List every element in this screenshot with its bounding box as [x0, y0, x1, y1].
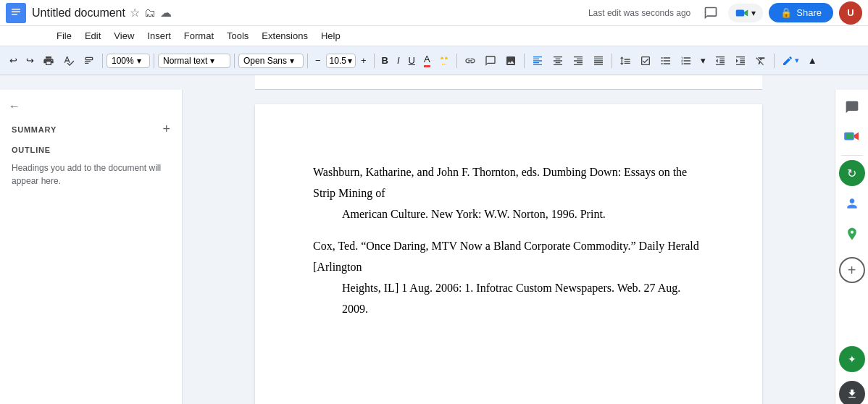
style-chevron: ▾ — [210, 56, 214, 66]
ruler-container — [0, 75, 868, 90]
zoom-chevron: ▾ — [137, 56, 141, 66]
align-left-button[interactable] — [528, 53, 547, 69]
share-button[interactable]: 🔒 Share — [769, 3, 833, 22]
style-value: Normal text — [163, 56, 207, 66]
add-panel-button[interactable]: + — [839, 257, 865, 283]
image-button[interactable] — [501, 53, 520, 69]
underline-button[interactable]: U — [405, 53, 419, 68]
align-justify-button[interactable] — [589, 53, 608, 69]
increase-indent-button[interactable] — [731, 53, 750, 69]
sync-icon: ↻ — [847, 167, 856, 180]
svg-rect-1 — [12, 9, 20, 10]
ruler-sidebar-space — [0, 75, 183, 90]
paint-format-button[interactable] — [80, 53, 99, 69]
editing-label: ▾ — [795, 56, 799, 65]
font-value: Open Sans — [243, 56, 287, 66]
separator-8 — [612, 54, 612, 68]
font-size-increase[interactable]: + — [357, 53, 370, 68]
checklist-button[interactable] — [636, 53, 655, 69]
doc-title: Untitled document — [32, 7, 125, 20]
star-icon[interactable]: ☆ — [130, 6, 140, 20]
bold-button[interactable]: B — [378, 53, 392, 68]
summary-section: SUMMARY + — [0, 117, 182, 141]
font-dropdown[interactable]: Open Sans ▾ — [238, 54, 304, 68]
menu-help[interactable]: Help — [315, 28, 346, 44]
paragraph-2-line2: Heights, IL] 1 Aug. 2006: 1. Infotrac Cu… — [313, 278, 704, 320]
comment-button[interactable] — [699, 1, 722, 25]
ai-assist-button[interactable]: ✦ — [839, 346, 865, 372]
numbered-list-options[interactable]: ▾ — [697, 53, 709, 68]
spellcheck-button[interactable] — [59, 53, 78, 69]
user-avatar[interactable]: U — [839, 1, 862, 25]
summary-add-button[interactable]: + — [162, 122, 170, 137]
sync-status-button[interactable]: ↻ — [839, 160, 865, 186]
separator-7 — [524, 54, 525, 68]
menu-format[interactable]: Format — [178, 28, 220, 44]
download-button[interactable] — [839, 381, 865, 404]
top-bar: Untitled document ☆ 🗂 ☁ Last edit was se… — [0, 0, 868, 26]
clear-formatting-button[interactable] — [751, 53, 770, 69]
svg-rect-7 — [846, 134, 853, 139]
right-panel: ↻ + ✦ — [835, 90, 868, 404]
folder-icon[interactable]: 🗂 — [144, 7, 156, 20]
document-page[interactable]: Washburn, Katharine, and John F. Thornto… — [255, 104, 762, 404]
redo-button[interactable]: ↪ — [22, 53, 38, 68]
font-size-decrease[interactable]: − — [312, 53, 325, 68]
main-layout: ← SUMMARY + OUTLINE Headings you add to … — [0, 90, 868, 404]
style-dropdown[interactable]: Normal text ▾ — [158, 54, 230, 68]
separator-2 — [154, 54, 154, 68]
sidebar: ← SUMMARY + OUTLINE Headings you add to … — [0, 90, 183, 404]
menu-file[interactable]: File — [51, 28, 78, 44]
formatting-toolbar: ↩ ↪ 100% ▾ Normal text ▾ Open Sans ▾ − 1… — [0, 46, 868, 75]
align-center-button[interactable] — [548, 53, 567, 69]
text-color-button[interactable]: A — [420, 51, 434, 70]
cloud-icon[interactable]: ☁ — [160, 6, 172, 20]
line-spacing-button[interactable] — [616, 53, 635, 69]
undo-button[interactable]: ↩ — [6, 53, 21, 68]
svg-marker-8 — [854, 132, 858, 140]
font-chevron: ▾ — [290, 56, 294, 66]
align-right-button[interactable] — [569, 53, 588, 69]
svg-rect-4 — [736, 9, 744, 16]
collapse-toolbar[interactable]: ▲ — [804, 53, 821, 68]
comment-insert-button[interactable] — [481, 53, 500, 69]
italic-button[interactable]: I — [393, 53, 404, 68]
numbered-list-button[interactable] — [677, 53, 696, 69]
zoom-value: 100% — [112, 56, 134, 66]
menu-insert[interactable]: Insert — [141, 28, 177, 44]
zoom-dropdown[interactable]: 100% ▾ — [107, 54, 150, 68]
highlight-button[interactable] — [435, 54, 453, 68]
menu-view[interactable]: View — [108, 28, 140, 44]
font-size-value: 10.5 — [330, 56, 346, 66]
comments-panel-button[interactable] — [839, 94, 865, 120]
top-right-actions: ▾ 🔒 Share U — [699, 1, 862, 25]
sidebar-back-button[interactable]: ← — [0, 96, 182, 117]
link-button[interactable] — [461, 53, 480, 69]
font-size-chevron: ▾ — [348, 56, 352, 66]
back-arrow-icon: ← — [9, 100, 20, 113]
meet-button[interactable]: ▾ — [728, 4, 763, 22]
app-icon — [6, 3, 26, 23]
paragraph-1: Washburn, Katharine, and John F. Thornto… — [313, 162, 704, 224]
separator-5 — [374, 54, 375, 68]
separator-1 — [102, 54, 103, 68]
editing-mode-button[interactable]: ▾ — [778, 53, 803, 69]
share-label: Share — [796, 7, 822, 18]
menu-extensions[interactable]: Extensions — [256, 28, 314, 44]
font-size-field[interactable]: 10.5 ▾ — [326, 54, 356, 68]
meet-panel-button[interactable] — [839, 125, 865, 151]
menu-bar: File Edit View Insert Format Tools Exten… — [0, 26, 868, 46]
ai-icon: ✦ — [848, 353, 856, 365]
bullet-list-button[interactable] — [656, 53, 675, 69]
paragraph-1-line2: American Culture. New York: W.W. Norton,… — [313, 204, 704, 225]
outline-label: OUTLINE — [0, 141, 182, 159]
separator-6 — [456, 54, 457, 68]
separator-9 — [774, 54, 775, 68]
maps-panel-button[interactable] — [839, 221, 865, 247]
menu-edit[interactable]: Edit — [79, 28, 107, 44]
decrease-indent-button[interactable] — [711, 53, 730, 69]
svg-marker-5 — [744, 9, 748, 16]
people-panel-button[interactable] — [839, 190, 865, 216]
menu-tools[interactable]: Tools — [221, 28, 254, 44]
print-button[interactable] — [39, 53, 58, 69]
